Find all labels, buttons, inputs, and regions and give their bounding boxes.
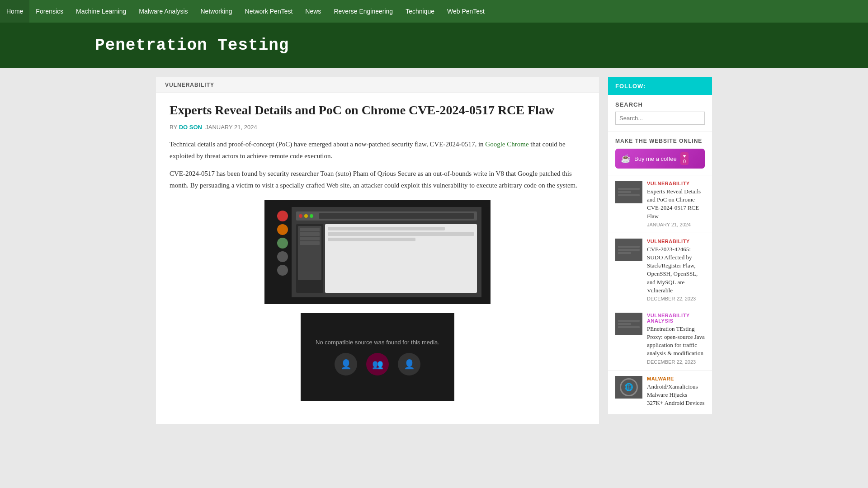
search-input[interactable] xyxy=(615,112,705,125)
screenshot-icon-3 xyxy=(277,238,288,249)
screenshot-inner xyxy=(274,207,481,297)
nav-networking[interactable]: Networking xyxy=(194,0,239,23)
screenshot-container xyxy=(264,200,491,304)
page-container: VULNERABILITY Experts Reveal Details and… xyxy=(151,68,717,433)
screenshot-content xyxy=(325,224,477,293)
nav-web-pentest[interactable]: Web PenTest xyxy=(441,0,491,23)
screenshot-calc xyxy=(298,226,321,280)
thumb-lines-2 xyxy=(615,243,642,257)
nav-network-pentest[interactable]: Network PenTest xyxy=(239,0,299,23)
dot-green xyxy=(310,214,313,218)
recent-post-cat-3: VULNERABILITY ANALYSIS xyxy=(647,313,705,324)
screenshot-main xyxy=(292,207,481,297)
recent-post-date-1: JANUARY 21, 2024 xyxy=(647,222,705,227)
recent-thumb-3 xyxy=(615,313,642,335)
main-content: VULNERABILITY Experts Reveal Details and… xyxy=(156,77,599,424)
main-nav: Home Forensics Machine Learning Malware … xyxy=(0,0,868,23)
sidebar-follow: FOLLOW: xyxy=(608,77,712,95)
follow-label: FOLLOW: xyxy=(615,83,646,89)
buy-coffee-button[interactable]: ☕ Buy me a coffee ♥ 0 xyxy=(615,149,705,169)
recent-post-info-3: VULNERABILITY ANALYSIS PEnetration TEsti… xyxy=(647,313,705,365)
nav-machine-learning[interactable]: Machine Learning xyxy=(70,0,132,23)
recent-post-info-1: VULNERABILITY Experts Reveal Details and… xyxy=(647,181,705,227)
nav-technique[interactable]: Technique xyxy=(399,0,441,23)
article-video: No compatible source was found for this … xyxy=(170,313,585,401)
screenshot-panel-left xyxy=(296,224,323,293)
recent-post-2: VULNERABILITY CVE-2023-42465: SUDO Affec… xyxy=(608,233,712,307)
recent-post-cat-2: VULNERABILITY xyxy=(647,239,705,244)
thumb-globe-wrapper: 🌐 xyxy=(615,376,642,399)
nav-home[interactable]: Home xyxy=(0,0,29,23)
make-online-label: MAKE THE WEBSITE ONLINE xyxy=(615,138,705,144)
recent-post-cat-4: MALWARE xyxy=(647,376,705,381)
screenshot-sidebar xyxy=(274,207,292,297)
heart-badge: ♥ 0 xyxy=(680,152,689,165)
recent-thumb-4: 🌐 xyxy=(615,376,642,399)
video-icon-1: 👤 xyxy=(335,353,357,375)
nav-malware-analysis[interactable]: Malware Analysis xyxy=(132,0,194,23)
nav-reverse-engineering[interactable]: Reverse Engineering xyxy=(327,0,399,23)
nav-forensics[interactable]: Forensics xyxy=(29,0,70,23)
recent-thumb-2 xyxy=(615,239,642,261)
article-title: Experts Reveal Details and PoC on Chrome… xyxy=(170,102,585,118)
google-chrome-link[interactable]: Google Chrome xyxy=(485,141,528,148)
recent-post-cat-1: VULNERABILITY xyxy=(647,181,705,186)
recent-post-1: VULNERABILITY Experts Reveal Details and… xyxy=(608,175,712,233)
video-no-source-text: No compatible source was found for this … xyxy=(316,339,439,346)
recent-post-4: 🌐 MALWARE Android/Xamalicious Malware Hi… xyxy=(608,371,712,415)
site-title: Penetration Testing xyxy=(95,36,773,55)
nav-news[interactable]: News xyxy=(299,0,327,23)
heart-icon: ♥ xyxy=(683,153,686,159)
globe-icon: 🌐 xyxy=(620,378,638,396)
article-author: DO SON xyxy=(179,124,202,131)
screenshot-topbar xyxy=(296,211,477,221)
article-meta: BY DO SON JANUARY 21, 2024 xyxy=(170,124,585,131)
video-icon-3: 👤 xyxy=(398,353,420,375)
recent-post-title-2[interactable]: CVE-2023-42465: SUDO Affected by Stack/R… xyxy=(647,245,705,295)
recent-post-date-3: DECEMBER 22, 2023 xyxy=(647,359,705,365)
recent-thumb-1 xyxy=(615,181,642,203)
address-bar xyxy=(319,213,474,219)
coffee-icon: ☕ xyxy=(621,154,631,164)
screenshot-layout xyxy=(296,224,477,293)
screenshot-icon-1 xyxy=(277,211,288,221)
site-header: Penetration Testing xyxy=(0,23,868,68)
recent-post-title-3[interactable]: PEnetration TEsting Proxy: open-source J… xyxy=(647,325,705,358)
dot-yellow xyxy=(304,214,308,218)
recent-post-3: VULNERABILITY ANALYSIS PEnetration TEsti… xyxy=(608,307,712,371)
heart-count: 0 xyxy=(683,159,686,164)
thumb-lines-1 xyxy=(615,185,642,199)
make-online-section: MAKE THE WEBSITE ONLINE ☕ Buy me a coffe… xyxy=(608,131,712,175)
recent-post-date-2: DECEMBER 22, 2023 xyxy=(647,296,705,301)
article-content: Technical details and proof-of-concept (… xyxy=(170,139,585,191)
screenshot-icon-2 xyxy=(277,224,288,235)
video-container: No compatible source was found for this … xyxy=(301,313,454,401)
screenshot-icon-5 xyxy=(277,265,288,276)
article-screenshot xyxy=(170,200,585,304)
sidebar: FOLLOW: SEARCH MAKE THE WEBSITE ONLINE ☕… xyxy=(608,77,712,424)
recent-post-info-4: MALWARE Android/Xamalicious Malware Hija… xyxy=(647,376,705,409)
recent-post-info-2: VULNERABILITY CVE-2023-42465: SUDO Affec… xyxy=(647,239,705,301)
article-date: JANUARY 21, 2024 xyxy=(205,124,257,131)
recent-post-title-1[interactable]: Experts Reveal Details and PoC on Chrome… xyxy=(647,188,705,221)
article-body-wrapper: Experts Reveal Details and PoC on Chrome… xyxy=(156,93,599,424)
screenshot-icon-4 xyxy=(277,251,288,262)
recent-post-title-4[interactable]: Android/Xamalicious Malware Hijacks 327K… xyxy=(647,383,705,408)
video-icon-2: 👥 xyxy=(366,353,389,375)
search-label: SEARCH xyxy=(615,101,705,108)
thumb-lines-3 xyxy=(615,317,642,331)
video-icons: 👤 👥 👤 xyxy=(335,353,420,375)
article-para-2: CVE-2024-0517 has been found by security… xyxy=(170,168,585,191)
coffee-btn-label: Buy me a coffee xyxy=(634,155,677,162)
article-category: VULNERABILITY xyxy=(156,77,599,93)
dot-red xyxy=(299,214,302,218)
article-para-1: Technical details and proof-of-concept (… xyxy=(170,139,585,162)
sidebar-search-section: SEARCH xyxy=(608,95,712,131)
recent-posts-list: VULNERABILITY Experts Reveal Details and… xyxy=(608,175,712,414)
